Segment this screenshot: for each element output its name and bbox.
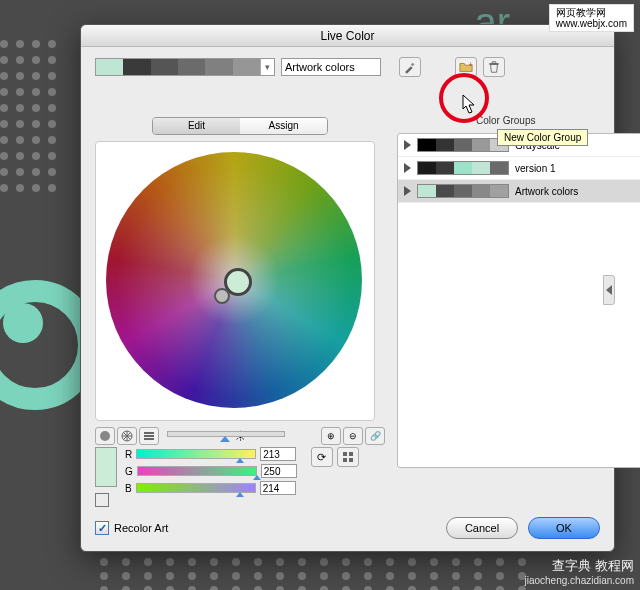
r-value-input[interactable] [260, 447, 296, 461]
cursor-pointer-icon [459, 93, 479, 117]
delete-color-group-button[interactable] [483, 57, 505, 77]
color-group-item[interactable]: version 1 [398, 157, 640, 180]
recolor-art-label: Recolor Art [114, 522, 168, 534]
trash-icon [487, 60, 501, 74]
smooth-wheel-button[interactable] [95, 427, 115, 445]
active-swatch-bar[interactable]: ▾ [95, 58, 275, 76]
svg-rect-3 [144, 432, 154, 434]
watermark-bottom-main: 查字典 教程网 [524, 557, 634, 575]
live-color-dialog: Live Color ▾ + Color Groups New Color Gr… [80, 24, 615, 552]
group-name: Artwork colors [515, 186, 578, 197]
chevron-down-icon[interactable]: ▾ [260, 59, 274, 75]
add-color-button[interactable]: ⊕ [321, 427, 341, 445]
dialog-title: Live Color [81, 25, 614, 47]
brightness-slider[interactable] [167, 431, 285, 437]
color-wheel-frame [95, 141, 375, 421]
svg-rect-6 [343, 452, 347, 456]
watermark-top: 网页教学网 www.webjx.com [549, 4, 634, 32]
circle-icon [98, 429, 112, 443]
cycle-icon: ⟳ [317, 451, 326, 464]
color-wheel[interactable] [106, 152, 362, 408]
watermark-bottom-sub: jiaocheng.chazidian.com [524, 575, 634, 586]
g-value-input[interactable] [261, 464, 297, 478]
group-name: version 1 [515, 163, 556, 174]
link-icon: 🔗 [370, 431, 381, 441]
bars-icon [142, 429, 156, 443]
bars-button[interactable] [139, 427, 159, 445]
edit-assign-tabs: Edit Assign [152, 117, 328, 135]
svg-text:+: + [469, 61, 473, 68]
b-value-input[interactable] [260, 481, 296, 495]
tooltip: New Color Group [497, 129, 588, 146]
r-slider[interactable] [136, 449, 256, 459]
chevron-left-icon [606, 285, 612, 295]
swap-color-button[interactable]: ⟳ [311, 447, 333, 467]
disclosure-triangle-icon[interactable] [404, 163, 411, 173]
color-group-item[interactable]: Artwork colors [398, 180, 640, 203]
watermark-bottom: 查字典 教程网 jiaocheng.chazidian.com [524, 557, 634, 586]
group-swatch [417, 184, 509, 198]
b-label: B [125, 483, 132, 494]
svg-rect-9 [349, 458, 353, 462]
segmented-wheel-button[interactable] [117, 427, 137, 445]
group-swatch [417, 138, 509, 152]
svg-point-1 [100, 431, 110, 441]
color-grid-button[interactable] [337, 447, 359, 467]
color-groups-label: Color Groups [476, 115, 535, 126]
color-picker-secondary[interactable] [214, 288, 230, 304]
cancel-button[interactable]: Cancel [446, 517, 518, 539]
color-model-button[interactable] [95, 493, 109, 507]
ok-button[interactable]: OK [528, 517, 600, 539]
bg-ring-dot [3, 303, 43, 343]
swatch-name-input[interactable] [281, 58, 381, 76]
svg-rect-7 [349, 452, 353, 456]
new-color-group-button[interactable]: + [455, 57, 477, 77]
minus-tool-icon: ⊖ [349, 431, 357, 441]
panel-collapse-handle[interactable] [603, 275, 615, 305]
group-swatch [417, 161, 509, 175]
r-label: R [125, 449, 132, 460]
plus-tool-icon: ⊕ [327, 431, 335, 441]
tab-edit[interactable]: Edit [153, 118, 240, 134]
get-colors-button[interactable] [399, 57, 421, 77]
gear-icon [120, 429, 134, 443]
svg-rect-5 [144, 438, 154, 440]
grid-icon [341, 450, 355, 464]
g-label: G [125, 466, 133, 477]
disclosure-triangle-icon[interactable] [404, 186, 411, 196]
link-harmony-button[interactable]: 🔗 [365, 427, 385, 445]
folder-plus-icon: + [459, 60, 473, 74]
current-color-swatch [95, 447, 117, 487]
g-slider[interactable] [137, 466, 257, 476]
remove-color-button[interactable]: ⊖ [343, 427, 363, 445]
recolor-art-checkbox[interactable]: ✓ [95, 521, 109, 535]
eyedropper-icon [403, 60, 417, 74]
svg-rect-4 [144, 435, 154, 437]
tab-assign[interactable]: Assign [240, 118, 327, 134]
b-slider[interactable] [136, 483, 256, 493]
disclosure-triangle-icon[interactable] [404, 140, 411, 150]
svg-rect-8 [343, 458, 347, 462]
